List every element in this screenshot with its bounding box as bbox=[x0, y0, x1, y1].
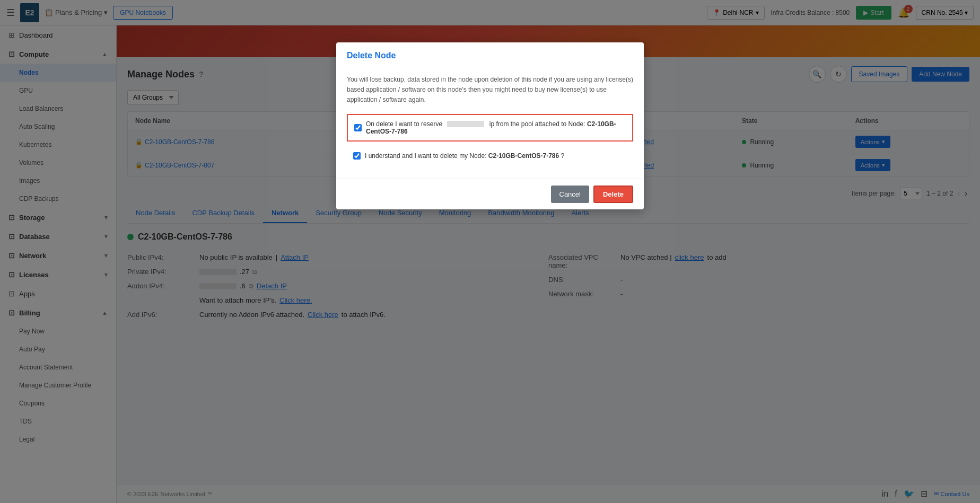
modal-checkbox2-row: I understand and I want to delete my Nod… bbox=[347, 147, 633, 165]
ip-masked bbox=[447, 121, 484, 127]
modal-body: You will lose backup, data stored in the… bbox=[336, 66, 644, 179]
modal-footer: Cancel Delete bbox=[336, 179, 644, 209]
modal-warning-text: You will lose backup, data stored in the… bbox=[347, 75, 633, 105]
modal-title: Delete Node bbox=[347, 51, 396, 60]
checkbox1-label: On delete I want to reserve ip from the … bbox=[366, 120, 626, 135]
delete-button[interactable]: Delete bbox=[593, 186, 633, 203]
checkbox2-label: I understand and I want to delete my Nod… bbox=[365, 152, 564, 160]
modal-header: Delete Node bbox=[336, 42, 644, 66]
confirm-delete-checkbox[interactable] bbox=[353, 152, 361, 160]
cancel-button[interactable]: Cancel bbox=[551, 186, 589, 203]
delete-node-modal: Delete Node You will lose backup, data s… bbox=[336, 42, 644, 209]
reserve-ip-checkbox[interactable] bbox=[354, 124, 362, 131]
modal-overlay: Delete Node You will lose backup, data s… bbox=[0, 0, 980, 503]
modal-checkbox1-row: On delete I want to reserve ip from the … bbox=[347, 114, 633, 142]
